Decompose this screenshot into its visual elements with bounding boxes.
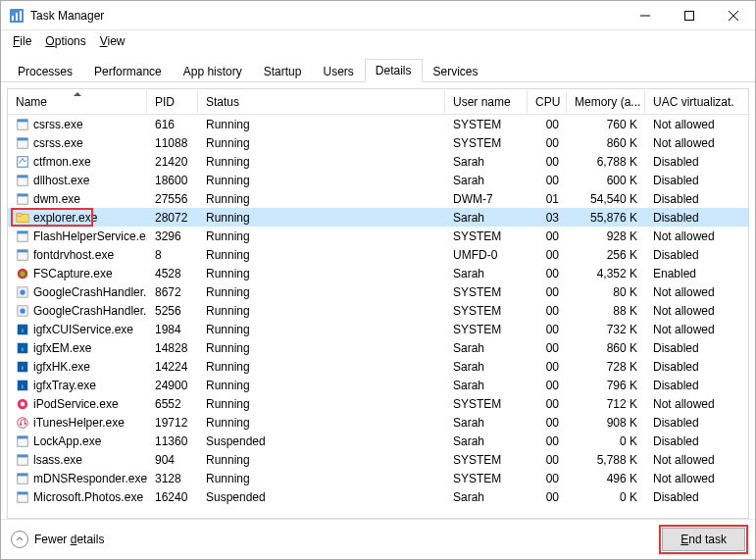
tab-details[interactable]: Details: [365, 59, 423, 82]
table-row[interactable]: csrss.exe11088RunningSYSTEM00860 KNot al…: [8, 133, 748, 152]
cell-name: GoogleCrashHandler...: [8, 304, 147, 318]
cell-cpu: 00: [528, 416, 567, 430]
cell-pid: 1984: [147, 323, 198, 336]
cell-uac: Disabled: [645, 341, 733, 355]
col-cpu[interactable]: CPU: [528, 91, 567, 113]
footer: Fewer details End task: [1, 519, 755, 559]
tab-services[interactable]: Services: [423, 60, 489, 82]
table-row[interactable]: FSCapture.exe4528RunningSarah004,352 KEn…: [8, 264, 748, 282]
cell-mem: 732 K: [567, 323, 645, 336]
table-row[interactable]: dllhost.exe18600RunningSarah00600 KDisab…: [8, 171, 748, 189]
svg-point-24: [20, 271, 25, 276]
cell-name: LockApp.exe: [8, 434, 147, 448]
cell-status: Running: [198, 453, 445, 467]
cell-mem: 55,876 K: [567, 211, 645, 225]
cell-name: iPodService.exe: [8, 397, 147, 411]
table-row[interactable]: GoogleCrashHandler...5256RunningSYSTEM00…: [8, 301, 748, 320]
cell-user: Sarah: [445, 155, 528, 169]
menu-view[interactable]: View: [94, 32, 131, 50]
table-row[interactable]: lsass.exe904RunningSYSTEM005,788 KNot al…: [8, 450, 748, 469]
cell-pid: 11088: [147, 136, 198, 150]
app-icon: [9, 8, 25, 24]
svg-point-39: [18, 417, 28, 428]
table-row[interactable]: iigfxHK.exe14224RunningSarah00728 KDisab…: [8, 357, 748, 376]
table-row[interactable]: iigfxEM.exe14828RunningSarah00860 KDisab…: [8, 338, 748, 357]
cell-user: Sarah: [445, 490, 528, 504]
cell-user: Sarah: [445, 174, 528, 187]
cell-cpu: 00: [528, 379, 567, 392]
cell-user: SYSTEM: [445, 323, 528, 336]
cell-uac: Not allowed: [645, 118, 733, 131]
titlebar: Task Manager: [1, 1, 755, 30]
cell-pid: 27556: [147, 192, 198, 206]
minimize-button[interactable]: [623, 1, 667, 29]
end-task-button[interactable]: End task: [662, 528, 745, 551]
table-row[interactable]: fontdrvhost.exe8RunningUMFD-000256 KDisa…: [8, 245, 748, 264]
cell-user: SYSTEM: [445, 304, 528, 318]
table-row[interactable]: Microsoft.Photos.exe16240SuspendedSarah0…: [8, 487, 748, 506]
cell-user: Sarah: [445, 341, 528, 355]
tab-apphistory[interactable]: App history: [173, 60, 253, 82]
col-pid[interactable]: PID: [147, 91, 198, 113]
cell-uac: Disabled: [645, 211, 733, 225]
svg-point-28: [20, 308, 25, 313]
tab-startup[interactable]: Startup: [253, 60, 313, 82]
svg-rect-22: [18, 249, 28, 252]
cell-mem: 54,540 K: [567, 192, 645, 206]
cell-uac: Not allowed: [645, 136, 733, 150]
table-row[interactable]: iigfxCUIService.exe1984RunningSYSTEM0073…: [8, 320, 748, 338]
tab-users[interactable]: Users: [312, 60, 364, 82]
table-row[interactable]: LockApp.exe11360SuspendedSarah000 KDisab…: [8, 432, 748, 450]
close-button[interactable]: [711, 1, 755, 29]
table-row[interactable]: mDNSResponder.exe3128RunningSYSTEM00496 …: [8, 469, 748, 487]
table-row[interactable]: ctfmon.exe21420RunningSarah006,788 KDisa…: [8, 152, 748, 171]
col-uac[interactable]: UAC virtualizat...: [645, 91, 733, 113]
cell-name: Microsoft.Photos.exe: [8, 490, 147, 504]
cell-mem: 6,788 K: [567, 155, 645, 169]
table-row[interactable]: csrss.exe616RunningSYSTEM00760 KNot allo…: [8, 115, 748, 133]
cell-name: dllhost.exe: [8, 174, 147, 187]
cell-cpu: 00: [528, 341, 567, 355]
cell-cpu: 00: [528, 118, 567, 131]
fewer-details-button[interactable]: Fewer details: [11, 531, 654, 548]
svg-point-41: [24, 422, 25, 424]
maximize-button[interactable]: [667, 1, 711, 29]
cell-cpu: 03: [528, 211, 567, 225]
table-row[interactable]: FlashHelperService.e...3296RunningSYSTEM…: [8, 227, 748, 245]
cell-uac: Disabled: [645, 192, 733, 206]
svg-rect-43: [18, 435, 28, 438]
table-row[interactable]: iPodService.exe6552RunningSYSTEM00712 KN…: [8, 394, 748, 413]
menubar: File Options View: [1, 30, 755, 52]
table-row[interactable]: iTunesHelper.exe19712RunningSarah00908 K…: [8, 413, 748, 432]
cell-user: SYSTEM: [445, 285, 528, 299]
col-mem[interactable]: Memory (a...: [567, 91, 645, 113]
cell-name: ctfmon.exe: [8, 155, 147, 169]
table-row[interactable]: GoogleCrashHandler...8672RunningSYSTEM00…: [8, 282, 748, 301]
menu-file[interactable]: File: [7, 32, 37, 50]
tab-processes[interactable]: Processes: [7, 60, 83, 82]
table-row[interactable]: explorer.exe28072RunningSarah0355,876 KD…: [8, 208, 748, 227]
menu-options[interactable]: Options: [39, 32, 91, 50]
svg-rect-2: [16, 13, 18, 21]
table-row[interactable]: iigfxTray.exe24900RunningSarah00796 KDis…: [8, 376, 748, 394]
cell-name: dwm.exe: [8, 192, 147, 206]
cell-user: Sarah: [445, 360, 528, 374]
svg-rect-11: [18, 137, 28, 140]
chevron-up-icon: [11, 531, 28, 548]
svg-point-38: [21, 401, 25, 405]
cell-user: SYSTEM: [445, 453, 528, 467]
cell-user: Sarah: [445, 434, 528, 448]
table-row[interactable]: dwm.exe27556RunningDWM-70154,540 KDisabl…: [8, 189, 748, 208]
svg-rect-45: [18, 454, 28, 457]
cell-pid: 14828: [147, 341, 198, 355]
cell-user: Sarah: [445, 379, 528, 392]
cell-pid: 3128: [147, 472, 198, 485]
table-body[interactable]: csrss.exe616RunningSYSTEM00760 KNot allo…: [8, 115, 748, 518]
col-name[interactable]: Name: [8, 91, 147, 113]
col-status[interactable]: Status: [198, 91, 445, 113]
cell-mem: 728 K: [567, 360, 645, 374]
cell-pid: 19712: [147, 416, 198, 430]
cell-status: Running: [198, 341, 445, 355]
col-user[interactable]: User name: [445, 91, 528, 113]
tab-performance[interactable]: Performance: [83, 60, 173, 82]
